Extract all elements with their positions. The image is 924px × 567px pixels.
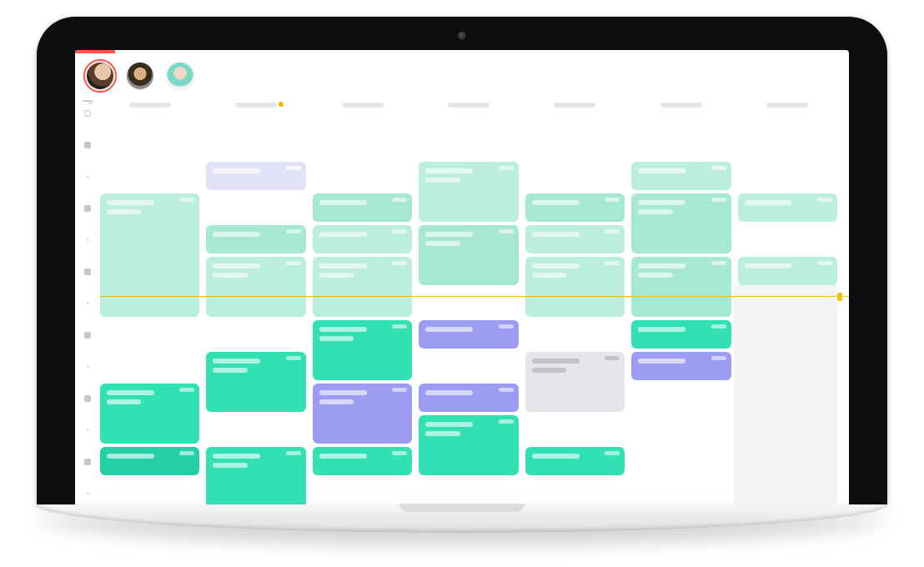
calendar-event[interactable]: [313, 225, 412, 253]
hour-mark: [84, 138, 91, 170]
calendar-event[interactable]: [738, 193, 837, 222]
clock-icon: [82, 100, 93, 102]
calendar-event[interactable]: [100, 384, 199, 444]
hour-mark: [84, 360, 91, 392]
calendar-event[interactable]: [631, 352, 731, 380]
hour-mark: [84, 202, 91, 233]
hour-mark: [84, 297, 91, 329]
hour-mark: [84, 170, 91, 202]
calendar-event[interactable]: [313, 257, 412, 317]
calendar-event[interactable]: [419, 225, 518, 285]
hour-mark: [84, 424, 91, 455]
calendar-event[interactable]: [525, 225, 625, 253]
calendar-event[interactable]: [525, 352, 625, 412]
calendar-sheet: [75, 98, 849, 504]
calendar-event[interactable]: [206, 225, 305, 253]
calendar-event[interactable]: [419, 162, 518, 222]
camera-dot: [458, 32, 466, 40]
hour-mark: [84, 329, 91, 360]
calendar-event[interactable]: [525, 193, 625, 222]
calendar-event[interactable]: [525, 257, 625, 317]
day-column-header[interactable]: [206, 98, 305, 115]
day-column-header[interactable]: [313, 98, 412, 115]
calendar-event[interactable]: [631, 257, 731, 317]
calendar-event[interactable]: [206, 352, 305, 412]
calendar-event[interactable]: [419, 415, 518, 475]
calendar-event[interactable]: [313, 193, 412, 222]
avatar-user-1[interactable]: [87, 63, 113, 89]
calendar-event[interactable]: [631, 193, 731, 253]
calendar-event[interactable]: [631, 162, 731, 190]
calendar-event[interactable]: [100, 193, 199, 317]
calendar-event[interactable]: [206, 162, 305, 190]
day-column-header[interactable]: [525, 98, 625, 115]
today-dot: [279, 102, 284, 107]
active-tab-indicator[interactable]: [75, 50, 115, 53]
time-gutter: [75, 98, 100, 504]
hour-mark: [84, 107, 91, 138]
laptop-base: [37, 504, 887, 533]
calendar-grid[interactable]: [100, 98, 849, 504]
app-screen: [75, 50, 849, 504]
calendar-event[interactable]: [206, 257, 305, 317]
day-column-header[interactable]: [738, 98, 837, 115]
hour-mark: [84, 392, 91, 424]
calendar-event[interactable]: [313, 384, 412, 444]
calendar-event[interactable]: [525, 447, 625, 475]
calendar-event[interactable]: [738, 257, 837, 285]
avatar-user-2[interactable]: [127, 63, 153, 89]
laptop-mockup: [37, 17, 887, 533]
topbar: [75, 53, 849, 98]
now-indicator: [100, 296, 849, 297]
laptop-frame: [37, 17, 887, 504]
calendar-event[interactable]: [631, 320, 731, 349]
calendar-event[interactable]: [206, 447, 305, 504]
hour-mark: [84, 233, 91, 265]
calendar-event[interactable]: [419, 384, 518, 412]
day-column-header[interactable]: [419, 98, 518, 115]
hour-mark: [84, 487, 91, 504]
avatar-user-3[interactable]: [167, 63, 193, 89]
hour-mark: [84, 455, 91, 487]
hour-mark: [84, 265, 91, 297]
calendar-event[interactable]: [313, 320, 412, 380]
calendar-event[interactable]: [419, 320, 518, 349]
day-column-header[interactable]: [100, 98, 199, 115]
day-column-header[interactable]: [631, 98, 731, 115]
calendar-event[interactable]: [313, 447, 412, 475]
calendar-event[interactable]: [100, 447, 199, 475]
